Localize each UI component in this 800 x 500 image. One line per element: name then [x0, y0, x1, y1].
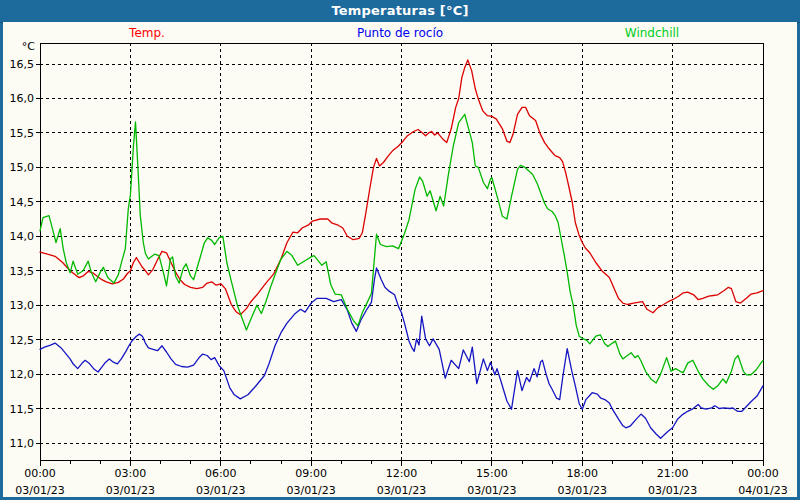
x-tick-date-label: 03/01/23 [558, 484, 607, 497]
y-tick-label: 14,0 [10, 230, 35, 243]
y-tick-label: 11,0 [10, 437, 35, 450]
x-tick-time-label: 15:00 [476, 467, 508, 480]
x-tick-time-label: 03:00 [115, 467, 147, 480]
x-tick-time-label: 00:00 [747, 467, 779, 480]
temperature-line-chart: 16,516,015,515,014,514,013,513,012,512,0… [0, 0, 800, 500]
x-tick-date-label: 03/01/23 [15, 484, 64, 497]
y-tick-label: 15,0 [10, 161, 35, 174]
x-tick-time-label: 21:00 [657, 467, 689, 480]
y-tick-label: 12,5 [10, 334, 35, 347]
dew-point-series-line [40, 268, 763, 438]
x-tick-date-label: 04/01/23 [738, 484, 787, 497]
x-tick-time-label: 18:00 [566, 467, 598, 480]
y-tick-label: 16,0 [10, 92, 35, 105]
y-axis-unit-label: °C [22, 40, 36, 53]
x-tick-time-label: 09:00 [295, 467, 327, 480]
x-tick-date-label: 03/01/23 [196, 484, 245, 497]
x-tick-date-label: 03/01/23 [286, 484, 335, 497]
y-tick-label: 16,5 [10, 58, 35, 71]
weather-chart-window: Temperaturas [°C] Temp. Punto de rocío W… [0, 0, 800, 500]
y-tick-label: 11,5 [10, 403, 35, 416]
x-tick-time-label: 06:00 [205, 467, 237, 480]
x-tick-time-label: 12:00 [386, 467, 418, 480]
x-tick-time-label: 00:00 [24, 467, 56, 480]
y-tick-label: 12,0 [10, 368, 35, 381]
x-tick-date-label: 03/01/23 [467, 484, 516, 497]
y-tick-label: 15,5 [10, 127, 35, 140]
x-tick-date-label: 03/01/23 [648, 484, 697, 497]
x-tick-date-label: 03/01/23 [377, 484, 426, 497]
y-tick-label: 14,5 [10, 196, 35, 209]
x-tick-date-label: 03/01/23 [106, 484, 155, 497]
y-tick-label: 13,0 [10, 299, 35, 312]
y-tick-label: 13,5 [10, 265, 35, 278]
